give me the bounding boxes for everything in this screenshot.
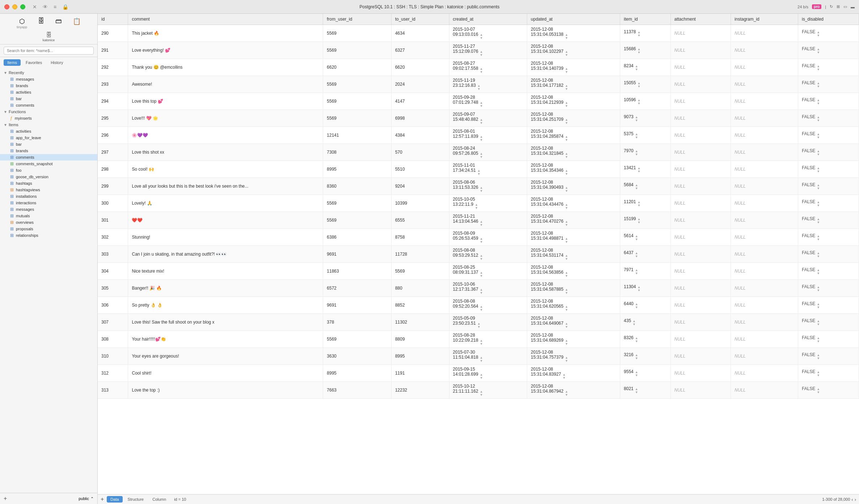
table-cell[interactable]: 7970▲▼ xyxy=(620,144,670,161)
table-cell[interactable]: 2015-11-1923:12:16.83▲▼ xyxy=(449,76,527,93)
table-cell[interactable]: 4384 xyxy=(391,127,449,144)
table-cell[interactable]: 2015-09-2807:01:29.748▲▼ xyxy=(449,93,527,110)
table-cell[interactable]: 5684▲▼ xyxy=(620,178,670,195)
close-icon[interactable]: ✕ xyxy=(33,4,37,10)
table-cell[interactable]: NULL xyxy=(670,93,731,110)
table-cell[interactable]: NULL xyxy=(670,212,731,229)
table-cell[interactable]: Can I join u skating, in that amazing ou… xyxy=(128,246,323,263)
table-cell[interactable]: 2015-12-0815:31:04.390493▲▼ xyxy=(527,178,620,195)
table-row[interactable]: 299Love all your looks but this is the b… xyxy=(98,178,859,195)
table-cell[interactable]: 306 xyxy=(98,297,128,314)
table-cell[interactable]: FALSE▲▼ xyxy=(798,178,859,195)
table-cell[interactable]: 2015-08-2508:09:31.137▲▼ xyxy=(449,263,527,280)
table-cell[interactable]: 8995 xyxy=(391,348,449,365)
table-cell[interactable]: FALSE▲▼ xyxy=(798,280,859,297)
filter-label[interactable]: id = 10 xyxy=(174,497,186,501)
sidebar-item-brands[interactable]: ⊞ brands xyxy=(0,148,97,154)
table-cell[interactable]: 11728 xyxy=(391,246,449,263)
table-cell[interactable]: 8852 xyxy=(391,297,449,314)
sidebar-item-activities[interactable]: ⊞ activities xyxy=(0,128,97,134)
table-cell[interactable]: 11304▲▼ xyxy=(620,280,670,297)
sidebar-item-bar[interactable]: ⊞ bar xyxy=(0,141,97,148)
table-cell[interactable]: 296 xyxy=(98,127,128,144)
table-cell[interactable]: NULL xyxy=(731,348,798,365)
table-cell[interactable]: 295 xyxy=(98,110,128,127)
sidebar-item-mutuals[interactable]: ⊞ mutuals xyxy=(0,213,97,219)
prev-page-button[interactable]: ‹ xyxy=(851,497,853,502)
table-cell[interactable]: NULL xyxy=(731,297,798,314)
table-cell[interactable]: 7971▲▼ xyxy=(620,263,670,280)
table-cell[interactable]: So pretty 👌 👌 xyxy=(128,297,323,314)
sidebar-icon-table[interactable]: 🗃 xyxy=(55,17,62,29)
table-row[interactable]: 293Awesome!556920242015-11-1923:12:16.83… xyxy=(98,76,859,93)
table-cell[interactable]: 6998 xyxy=(391,110,449,127)
table-row[interactable]: 313Love the top :)7663122322015-10-1221:… xyxy=(98,382,859,399)
sidebar-item-bar-recent[interactable]: ⊞ bar xyxy=(0,95,97,102)
col-instagram-id[interactable]: instagram_id xyxy=(731,14,798,25)
table-cell[interactable]: NULL xyxy=(731,382,798,399)
table-cell[interactable]: Cool shirt! xyxy=(128,365,323,382)
table-cell[interactable]: NULL xyxy=(670,178,731,195)
table-cell[interactable]: FALSE▲▼ xyxy=(798,42,859,59)
sidebar-item-proposals[interactable]: ⊞ proposals xyxy=(0,226,97,232)
table-cell[interactable]: 2015-12-0815:31:04.251709▲▼ xyxy=(527,110,620,127)
table-row[interactable]: 301❤️❤️556965552015-11-2114:13:04.546▲▼2… xyxy=(98,212,859,229)
tab-favorites[interactable]: Favorites xyxy=(22,59,46,66)
table-cell[interactable]: 5569 xyxy=(323,42,392,59)
table-cell[interactable]: 2015-10-0513:22:11.9▲▼ xyxy=(449,195,527,212)
table-cell[interactable]: 290 xyxy=(98,25,128,42)
tab-items[interactable]: Items xyxy=(4,59,21,66)
table-cell[interactable]: NULL xyxy=(670,297,731,314)
table-cell[interactable]: Love all your looks but this is the best… xyxy=(128,178,323,195)
table-cell[interactable]: 297 xyxy=(98,144,128,161)
table-cell[interactable]: FALSE▲▼ xyxy=(798,382,859,399)
add-row-button[interactable]: + xyxy=(101,496,104,503)
table-cell[interactable]: 2015-12-0815:31:04.563856▲▼ xyxy=(527,263,620,280)
table-cell[interactable]: 2015-12-0815:31:04.102297▲▼ xyxy=(527,42,620,59)
table-cell[interactable]: 2015-12-0815:31:04.620565▲▼ xyxy=(527,297,620,314)
table-cell[interactable]: NULL xyxy=(670,25,731,42)
col-is-disabled[interactable]: is_disabled xyxy=(798,14,859,25)
table-row[interactable]: 290This jacket 🔥556946342015-10-0709:13:… xyxy=(98,25,859,42)
table-cell[interactable]: 2015-08-2409:57:26.805▲▼ xyxy=(449,144,527,161)
table-cell[interactable]: 300 xyxy=(98,195,128,212)
sidebar-item-hashtagviews[interactable]: ⊞ hashtagviews xyxy=(0,187,97,193)
table-cell[interactable]: FALSE▲▼ xyxy=(798,297,859,314)
table-cell[interactable]: 570 xyxy=(391,144,449,161)
items-section-header[interactable]: ▼ Items xyxy=(0,121,97,128)
table-cell[interactable]: 13421▲▼ xyxy=(620,161,670,178)
table-cell[interactable]: NULL xyxy=(731,93,798,110)
table-cell[interactable]: NULL xyxy=(731,178,798,195)
table-cell[interactable]: 5569 xyxy=(323,110,392,127)
table-cell[interactable]: 298 xyxy=(98,161,128,178)
table-cell[interactable]: FALSE▲▼ xyxy=(798,59,859,76)
table-cell[interactable]: NULL xyxy=(731,42,798,59)
table-cell[interactable]: 2015-09-1514:01:28.699▲▼ xyxy=(449,365,527,382)
table-cell[interactable]: 2015-08-2709:02:17.558▲▼ xyxy=(449,59,527,76)
table-cell[interactable]: 9204 xyxy=(391,178,449,195)
table-cell[interactable]: 8758 xyxy=(391,229,449,246)
schema-selector[interactable]: public ⌃ xyxy=(79,496,94,501)
table-cell[interactable]: 2015-10-1221:11:11.162▲▼ xyxy=(449,382,527,399)
sidebar-item-foo[interactable]: ⊞ foo xyxy=(0,167,97,174)
table-cell[interactable]: 378 xyxy=(323,314,392,331)
table-cell[interactable]: 8995 xyxy=(323,161,392,178)
table-cell[interactable]: 2015-12-0815:31:04.285874▲▼ xyxy=(527,127,620,144)
table-cell[interactable]: 2015-11-2715:12:09.076▲▼ xyxy=(449,42,527,59)
table-cell[interactable]: NULL xyxy=(670,263,731,280)
table-cell[interactable]: 3630 xyxy=(323,348,392,365)
sidebar-icon-doc[interactable]: 📋 xyxy=(73,17,81,29)
table-cell[interactable]: 5569 xyxy=(323,93,392,110)
table-cell[interactable]: Your eyes are gorgeous! xyxy=(128,348,323,365)
table-cell[interactable]: 1191 xyxy=(391,365,449,382)
table-cell[interactable]: 2015-08-0112:57:11.839▲▼ xyxy=(449,127,527,144)
table-cell[interactable]: 2015-07-3011:51:04.818▲▼ xyxy=(449,348,527,365)
table-cell[interactable]: NULL xyxy=(670,76,731,93)
table-cell[interactable]: NULL xyxy=(670,195,731,212)
table-cell[interactable]: NULL xyxy=(731,59,798,76)
table-cell[interactable]: 5569 xyxy=(391,263,449,280)
table-cell[interactable]: Lovely! 🙏 xyxy=(128,195,323,212)
table-cell[interactable]: NULL xyxy=(731,127,798,144)
table-cell[interactable]: FALSE▲▼ xyxy=(798,110,859,127)
table-cell[interactable]: 6327 xyxy=(391,42,449,59)
